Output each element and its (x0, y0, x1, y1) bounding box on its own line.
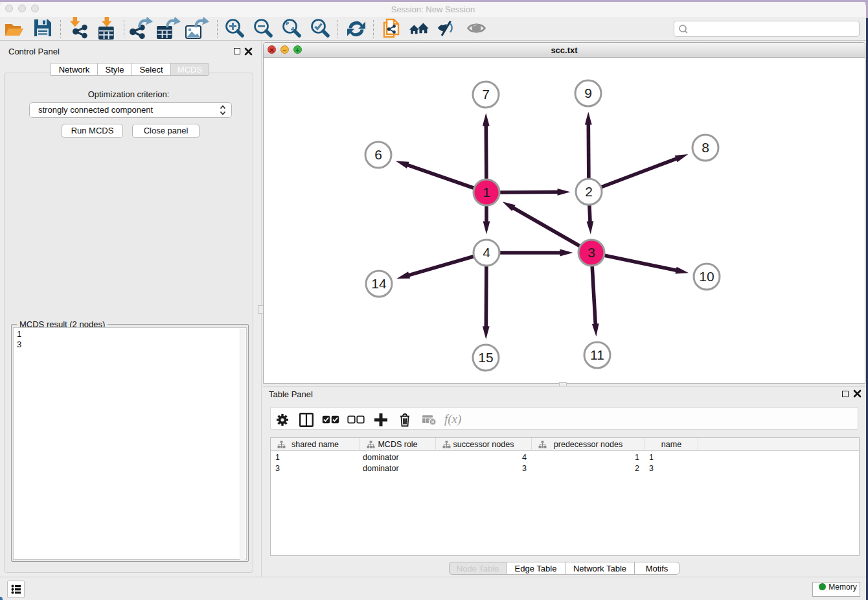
svg-text:7: 7 (482, 87, 490, 102)
svg-text:8: 8 (702, 140, 709, 155)
svg-text:9: 9 (584, 86, 592, 100)
svg-text:15: 15 (478, 350, 493, 365)
svg-text:10: 10 (699, 269, 714, 284)
svg-text:1: 1 (483, 185, 490, 200)
svg-text:4: 4 (483, 245, 490, 260)
svg-text:11: 11 (590, 347, 604, 362)
svg-text:6: 6 (374, 147, 382, 162)
svg-text:14: 14 (371, 276, 387, 291)
svg-text:2: 2 (585, 184, 593, 199)
svg-text:3: 3 (588, 245, 595, 260)
svg-text:f(x): f(x) (444, 413, 461, 426)
